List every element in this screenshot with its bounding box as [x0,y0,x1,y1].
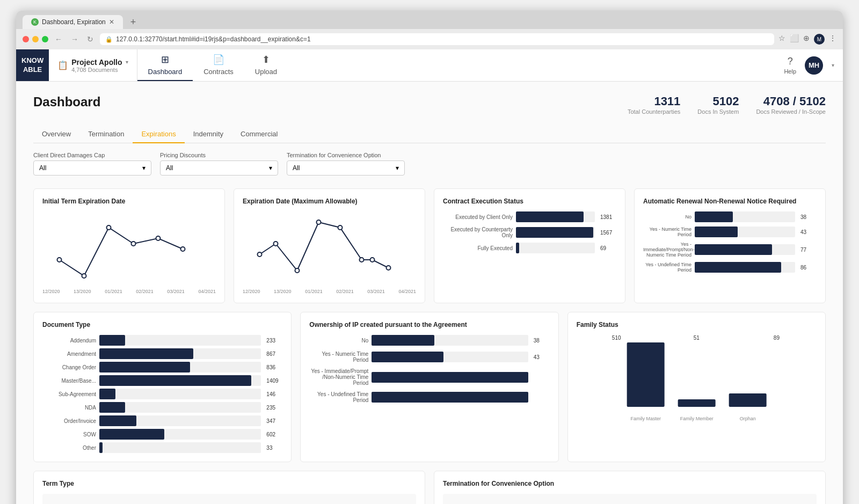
stat-docs-reviewed-label: Docs Reviewed / In-Scope [756,108,826,115]
screenshot-icon[interactable]: ⬜ [790,34,799,45]
svg-rect-16 [729,393,766,407]
dashboard-title: Dashboard [33,94,100,109]
chart-execution-title: Contract Execution Status [443,198,616,205]
sub-tab-overview[interactable]: Overview [33,126,79,143]
chart-auto-renewal-title: Automatic Renewal Non-Renewal Notice Req… [643,198,817,205]
sub-tab-termination[interactable]: Termination [79,126,133,143]
svg-point-0 [57,258,62,262]
family-member-value: 51 [657,335,737,341]
project-selector[interactable]: 📋 Project Apollo ▾ 4,708 Documents [49,49,137,81]
stats-row: 1311 Total Counterparties 5102 Docs In S… [628,94,826,115]
nav-tab-dashboard[interactable]: ⊞ Dashboard [137,49,193,81]
charts-top-row: Initial Term Expiration Date [33,188,826,303]
filter-damages-label: Client Direct Damages Cap [33,152,151,158]
chart-max-expiration: Expiration Date (Maximum Allowable) [234,188,425,303]
svg-point-3 [132,242,136,246]
chart-family-status-visual: 510 51 89 Family Master [577,335,817,432]
chart-max-expiration-visual [243,211,416,287]
svg-point-6 [258,252,262,257]
forward-button[interactable]: → [69,34,81,45]
nav-tab-upload[interactable]: ⬆ Upload [244,49,288,81]
chart-initial-term-visual [42,211,216,287]
orphan-value: 89 [737,335,817,341]
svg-point-4 [156,236,161,240]
bar-amendment: Amendment 867 [42,348,282,359]
bar-nda: NDA 235 [42,402,282,413]
filter-damages-cap: Client Direct Damages Cap All ▾ [33,152,151,176]
chart-execution-bars: Executed by Client Only 1381 Executed by… [443,211,616,253]
project-docs-count: 4,708 Documents [71,67,128,73]
refresh-button[interactable]: ↻ [85,34,96,45]
dashboard-icon: ⊞ [161,54,169,65]
stat-counterparties: 1311 Total Counterparties [628,94,680,115]
bar-ip-yes-undefined: Yes - Undefined Time Period [309,391,549,403]
traffic-light-green[interactable] [42,36,48,42]
traffic-light-yellow[interactable] [32,36,39,42]
chart-doc-type: Document Type Addendum 233 Amendment 867 [33,312,292,462]
bar-fully-executed: Fully Executed 69 [443,243,616,253]
sub-tabs: Overview Termination Expirations Indemni… [33,126,826,143]
back-button[interactable]: ← [53,34,64,45]
chart-execution-status: Contract Execution Status Executed by Cl… [434,188,625,303]
profile-icon[interactable]: M [814,34,825,45]
user-avatar[interactable]: MH [805,56,823,75]
project-name: Project Apollo [71,58,122,67]
svg-point-1 [82,274,86,278]
traffic-light-red[interactable] [23,36,29,42]
svg-point-5 [181,247,185,251]
bar-other: Other 33 [42,442,282,453]
active-tab[interactable]: K Dashboard, Expiration ✕ [23,15,123,29]
filter-damages-select[interactable]: All ▾ [33,160,151,176]
svg-text:Family Member: Family Member [680,416,713,421]
filter-termination-select[interactable]: All ▾ [287,160,405,176]
stat-counterparties-label: Total Counterparties [628,108,680,115]
svg-point-8 [295,268,300,273]
bar-executed-counterparty: Executed by Counterparty Only 1567 [443,227,616,238]
stat-docs-system-label: Docs In System [697,108,739,115]
filter-termination-label: Termination for Convenience Option [287,152,405,158]
browser-action-icons: ☆ ⬜ ⊕ M ⋮ [778,34,836,45]
svg-rect-14 [627,342,664,407]
project-chevron-icon: ▾ [126,59,128,65]
termination-convenience-title: Termination for Convenience Option [443,480,817,487]
svg-point-11 [360,258,364,262]
filter-pricing-select[interactable]: All ▾ [160,160,278,176]
new-tab-button[interactable]: + [127,16,140,28]
filter-termination: Termination for Convenience Option All ▾ [287,152,405,176]
term-type-title: Term Type [42,480,416,487]
sub-tab-expirations[interactable]: Expirations [133,126,184,143]
family-master-value: 510 [577,335,657,341]
nav-tab-contracts[interactable]: 📄 Contracts [193,49,244,81]
bar-renewal-yes-immediate: Yes - Immediate/Prompt/Non-Numeric Time … [643,242,817,258]
bar-renewal-no: No 38 [643,211,817,222]
chart-doc-type-bars: Addendum 233 Amendment 867 Change Order [42,335,282,453]
sub-tab-commercial[interactable]: Commercial [232,126,286,143]
tab-favicon: K [31,18,39,26]
filters-row: Client Direct Damages Cap All ▾ Pricing … [33,152,826,176]
contracts-icon: 📄 [213,54,224,65]
tab-close-icon[interactable]: ✕ [109,18,114,26]
bar-renewal-yes-numeric: Yes - Numeric Time Period 43 [643,227,817,237]
filter-pricing: Pricing Discounts All ▾ [160,152,278,176]
bar-executed-client: Executed by Client Only 1381 [443,211,616,222]
svg-point-9 [317,220,321,224]
bottom-section: Term Type Termination for Convenience Op… [33,471,826,504]
chart-doc-type-title: Document Type [42,321,282,328]
dashboard-header: Dashboard 1311 Total Counterparties 5102… [33,94,826,115]
chart-max-expiration-title: Expiration Date (Maximum Allowable) [243,198,416,205]
svg-point-13 [387,266,391,270]
address-bar[interactable]: 🔒 127.0.0.1:32770/start.html#id=i19rjs&p… [100,33,774,45]
bookmark-icon[interactable]: ☆ [778,34,785,45]
svg-text:Orphan: Orphan [739,416,755,421]
chart-initial-term: Initial Term Expiration Date [33,188,225,303]
help-button[interactable]: ? Help [784,56,796,75]
upload-icon: ⬆ [262,54,270,65]
extension-icon[interactable]: ⊕ [803,34,810,45]
sub-tab-indemnity[interactable]: Indemnity [185,126,232,143]
svg-rect-15 [678,399,715,407]
stat-docs-system-number: 5102 [697,94,739,108]
stat-docs-reviewed-number: 4708 / 5102 [756,94,826,108]
chart-ip-ownership-title: Ownership of IP created pursuant to the … [309,321,549,328]
svg-point-2 [107,225,111,230]
menu-icon[interactable]: ⋮ [829,34,836,45]
